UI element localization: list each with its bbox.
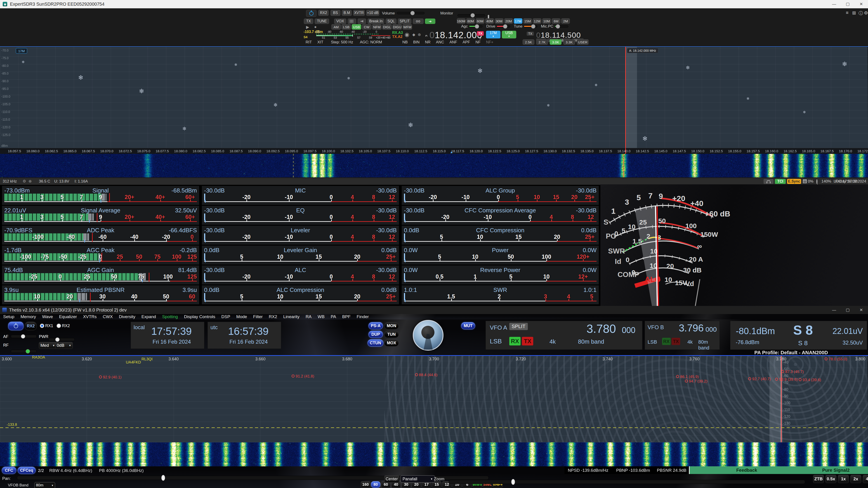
thetis-close-button[interactable]: ✕ [855,306,868,314]
vfo-a-mode[interactable]: LSB [490,338,502,345]
esdr-minimize-button[interactable]: — [827,0,841,8]
esdr-maximize-button[interactable]: ▢ [841,0,855,8]
settings-small-icon[interactable]: ⚙ [23,179,26,184]
band-button-80m[interactable]: 80M [466,18,475,24]
joystick-icon[interactable]: ◉ [405,31,409,38]
play-icon[interactable]: ▶ [306,25,309,30]
band-button-6m[interactable]: 6M [552,18,560,24]
volume-slider[interactable] [397,12,425,14]
zoom-slider[interactable] [449,480,805,484]
dx-spot[interactable]: 93.4 (39.6) [799,378,821,382]
dsp-toggle-nfplus[interactable]: NF+ [486,40,493,44]
layout-icon[interactable]: ⊞ [852,10,856,15]
headphones-button[interactable] [764,179,774,184]
menu-item-setup[interactable]: Setup [3,314,14,319]
esdr-power-button[interactable] [306,10,316,17]
mode-button-wfm[interactable]: WFM [403,24,412,30]
voice-recorder-button[interactable]: oo [413,19,424,24]
dsp-toggle-nf[interactable]: NF [475,40,481,44]
rf-slider[interactable] [11,350,37,353]
mode-button-lsb[interactable]: LSB [342,24,351,30]
tune-button[interactable]: TUNE [315,19,329,24]
slider-knob[interactable] [503,24,507,29]
spotted-callsign[interactable]: UA4FKD [126,360,141,365]
mode-button-am[interactable]: AM [331,24,341,30]
menu-item-dsp[interactable]: DSP [221,314,230,319]
thetis-maximize-button[interactable]: ▢ [841,306,855,314]
zoom-button-2x[interactable]: 2x [850,475,861,483]
psa-button[interactable]: PS-A [368,322,383,329]
mox-button[interactable]: MOX [384,339,399,347]
avg-threshold-line[interactable] [0,427,868,428]
band-button-160m[interactable]: 160M [457,18,465,24]
tx-out-button[interactable]: ➔ [425,19,435,24]
esdr-spectrum[interactable]: -70.0-75.0-80.0-85.0-90.0-95.0-100.0-105… [0,47,868,148]
menu-item-pa[interactable]: PA [331,314,336,319]
zero-beat-icon[interactable]: ⊕ [418,32,421,37]
slider-knob[interactable] [531,24,535,29]
band-button-17m[interactable]: 17M [514,18,522,24]
slider-knob[interactable] [475,24,479,29]
dsp-toggle-apf[interactable]: APF [463,40,470,44]
menu-item-spotting[interactable]: Spotting [162,314,178,319]
esdr-spectrum-canvas[interactable] [0,47,868,148]
zoom-button-ztb[interactable]: ZTB [813,475,824,483]
tci-badge[interactable]: TCI [775,179,786,184]
thetis-filter-band[interactable] [770,356,781,442]
menu-item-linearity[interactable]: Linearity [283,314,300,319]
mut-button[interactable]: MUT [461,322,475,329]
att-select[interactable]: 0dB▼ [55,342,73,349]
dsp-toggle-bin[interactable]: BIN [413,40,420,44]
vfo-b-mode[interactable]: LSB [648,339,657,345]
rx2-button[interactable]: RX2 [318,10,329,16]
record-icon[interactable]: ● [314,25,317,29]
dsp-toggle-anc[interactable]: ANC [436,40,444,44]
filter-button-3.0k[interactable]: 3.0K [550,39,561,45]
thetis-panadapter[interactable]: 3.6003.6203.6403.6603.6803.7003.7203.740… [0,356,868,442]
menu-item-xvtrs[interactable]: XVTRs [83,314,96,319]
breakin-button[interactable]: Break.In [368,19,384,24]
dsp-toggle-nb[interactable]: NB [402,40,408,44]
menu-item-bpf[interactable]: BPF [342,314,350,319]
bs-button[interactable]: BS [331,10,340,16]
plus10db-button[interactable]: +10 dB [366,10,379,16]
menu-item-wb[interactable]: WB [318,314,324,319]
thetis-vfo-a-line[interactable] [781,356,782,442]
vfo-a-split-button[interactable]: SPLIT [509,323,528,330]
slider-drive[interactable] [497,25,510,28]
tune-target-icon[interactable]: ⊕ [29,179,32,184]
esdr-close-button[interactable]: ✕ [855,0,868,8]
esdr-waterfall[interactable] [0,154,868,177]
zoom-button-0.5x[interactable]: 0.5x [826,475,836,483]
band-dropdown[interactable]: 17M▼ [486,31,500,38]
mic-settings-button[interactable] [348,19,356,24]
rx-filter-band[interactable] [626,47,637,148]
diamond-icon[interactable]: ◆ [412,32,415,37]
zoom-button-4x[interactable]: 4x [863,475,868,483]
dx-spot[interactable]: 78.0 (55.0) [825,357,847,361]
filter-button-3.3k[interactable]: 3.3K [563,39,575,45]
vfo-a-frequency[interactable]: 018.142.000 [430,30,482,40]
band-button-2m[interactable]: 2M [561,18,570,24]
vfo-a-frequency-value[interactable]: 3.780 [587,322,616,335]
xvtr-button[interactable]: XVTR [353,10,365,16]
monitor-slider[interactable] [458,14,485,17]
esdr-frequency-scale[interactable]: ▲ 18.057.518.060.018.062.518.065.018.067… [0,148,868,154]
filter-button-user[interactable]: USER [577,39,589,45]
menu-item-ra[interactable]: RA [306,314,311,319]
menu-item-expand[interactable]: Expand [142,314,156,319]
band-button-40m[interactable]: 40M [485,18,494,24]
info-icon[interactable]: ⓘ [859,10,863,16]
band-button-10m[interactable]: 10M [542,18,551,24]
slider-knob[interactable] [556,24,560,29]
spotted-callsign[interactable]: RA3OA [32,356,45,360]
sql-button[interactable]: SQL [385,19,397,24]
bm-button[interactable]: B.M [342,10,352,16]
dup-button[interactable]: DUP [368,331,383,338]
display-mode-select[interactable]: Panafall▼ [401,475,435,483]
tun-button[interactable]: TUN [384,331,399,338]
vfo-a-line[interactable] [625,47,626,148]
dsp-toggle-nr[interactable]: NR [425,40,431,44]
band-button-20m[interactable]: 20M [504,18,513,24]
mon-button[interactable]: MON [384,322,399,329]
